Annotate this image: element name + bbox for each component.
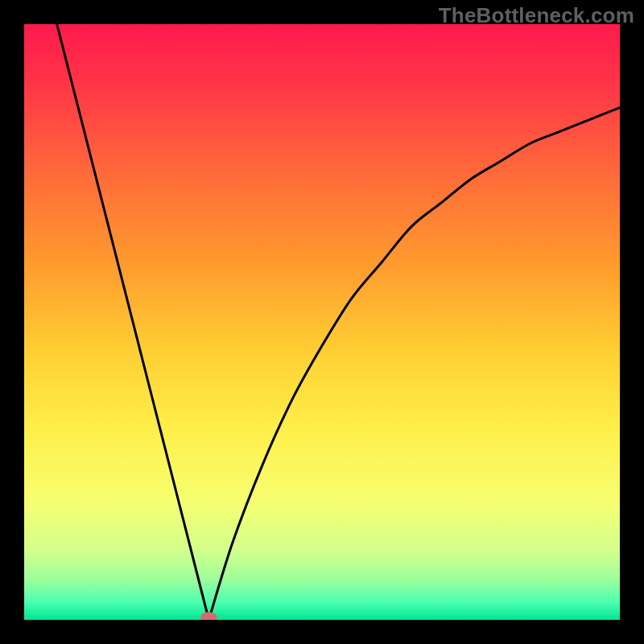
chart-frame: TheBottleneck.com	[0, 0, 644, 644]
chart-plot	[24, 24, 620, 620]
watermark-label: TheBottleneck.com	[439, 3, 634, 28]
chart-svg	[24, 24, 620, 620]
chart-background	[24, 24, 620, 620]
